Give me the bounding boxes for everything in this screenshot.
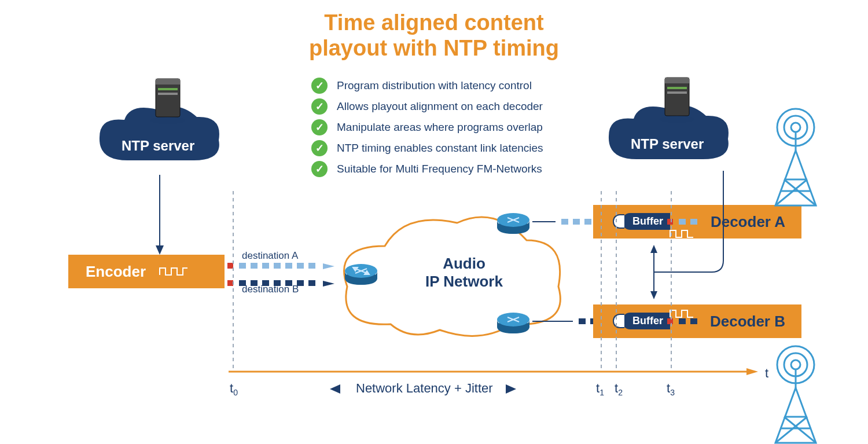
feature-item: ✓NTP timing enables constant link latenc…	[311, 140, 543, 156]
latency-arrow-right	[496, 383, 516, 395]
latency-arrow-left	[330, 383, 350, 395]
checkmark-icon: ✓	[311, 119, 328, 135]
svg-point-4	[150, 117, 185, 124]
svg-point-60	[660, 116, 694, 123]
checkmark-icon: ✓	[311, 78, 328, 94]
feature-text: NTP timing enables constant link latenci…	[337, 142, 543, 155]
svg-rect-3	[158, 93, 178, 95]
title-line-1: Time aligned content	[0, 10, 868, 36]
time-guides	[0, 191, 781, 382]
network-latency-label: Network Latency + Jitter	[356, 381, 493, 396]
time-marker-t3: t3	[667, 381, 675, 397]
feature-text: Manipulate areas where programs overlap	[337, 121, 543, 134]
server-icon-right	[657, 74, 697, 123]
timeline-axis	[229, 366, 761, 377]
feature-item: ✓Program distribution with latency contr…	[311, 78, 543, 94]
time-marker-t0: t0	[230, 381, 238, 397]
svg-point-71	[791, 360, 800, 369]
feature-item: ✓Allows playout alignment on each decode…	[311, 98, 543, 115]
feature-text: Suitable for Multi Frequency FM-Networks	[337, 163, 542, 175]
svg-rect-58	[667, 87, 687, 89]
diagram-title: Time aligned content playout with NTP ti…	[0, 10, 868, 61]
svg-rect-2	[158, 88, 178, 90]
time-marker-t2: t2	[615, 381, 623, 397]
server-icon-left	[148, 75, 188, 124]
svg-point-63	[791, 123, 800, 132]
time-marker-t1: t1	[596, 381, 604, 397]
svg-rect-59	[667, 91, 687, 94]
feature-item: ✓Manipulate areas where programs overlap	[311, 119, 543, 135]
ntp-server-label-left: NTP server	[122, 138, 194, 154]
checkmark-icon: ✓	[311, 98, 328, 115]
checkmark-icon: ✓	[311, 161, 328, 177]
ntp-server-label-right: NTP server	[631, 136, 704, 152]
feature-text: Allows playout alignment on each decoder	[337, 100, 543, 113]
time-marker-t: t	[765, 366, 768, 381]
svg-marker-86	[506, 384, 516, 394]
checkmark-icon: ✓	[311, 140, 328, 156]
svg-rect-57	[665, 78, 689, 83]
svg-marker-85	[330, 384, 340, 394]
feature-item: ✓Suitable for Multi Frequency FM-Network…	[311, 161, 543, 177]
title-line-2: playout with NTP timing	[0, 36, 868, 61]
svg-rect-1	[156, 79, 180, 85]
feature-list: ✓Program distribution with latency contr…	[311, 78, 543, 182]
feature-text: Program distribution with latency contro…	[337, 79, 532, 92]
svg-marker-84	[746, 368, 758, 375]
